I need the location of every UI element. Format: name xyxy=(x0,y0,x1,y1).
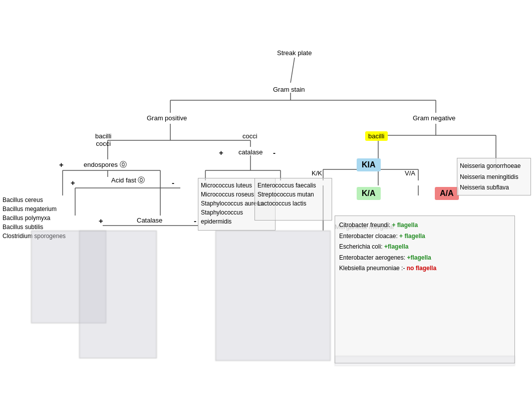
catalase-label: catalase xyxy=(238,148,262,156)
VA-label: V/A xyxy=(405,169,415,177)
endospores-label: endospores xyxy=(84,161,118,168)
catalase2-label: Catalase xyxy=(137,217,162,224)
plus-catalase2-node: + xyxy=(99,217,103,225)
ecoli-flagella: Escherichia coli: +flagella xyxy=(339,242,510,253)
enterobacter-aerogenes-organism: Enterobacter aerogenes: xyxy=(339,254,405,261)
enterobacter-cloacae-flagella-val: + flagella xyxy=(399,233,425,240)
bacilli-gn-label: bacilli xyxy=(368,132,385,140)
plus-endospores-node: + xyxy=(59,160,64,169)
citrobacter-flagella-val: + flagella xyxy=(392,222,418,229)
endospores-node: endospores ⓪ xyxy=(84,160,127,169)
gram-stain-label: Gram stain xyxy=(273,86,305,93)
neisseria-list: Neisseria gonorrhoeae Neisseria meningit… xyxy=(460,161,528,193)
KIA-label: KIA xyxy=(362,160,376,169)
KA-node: K/A xyxy=(357,187,381,200)
plus-acidfast-label: + xyxy=(71,178,75,187)
blurred-box-3 xyxy=(215,231,331,361)
ecoli-organism: Escherichia coli: xyxy=(339,243,383,250)
catalase-minus-box: Enterococcus faecalis Streptococcus muta… xyxy=(254,178,332,221)
plus-catalase-label: + xyxy=(219,148,223,157)
enterobacter-cloacae-organism: Enterobacter cloacae: xyxy=(339,233,398,240)
AA-label: A/A xyxy=(440,189,454,197)
klebsiella-flagella-val: no flagella xyxy=(407,265,436,272)
KK-node: K/K xyxy=(312,169,322,177)
cocci-gp2-node: cocci xyxy=(242,132,257,140)
species-bacillus-polymyxa: Bacillus polymyxa xyxy=(3,214,66,223)
plus-acidfast-node: + xyxy=(71,178,75,187)
plus-catalase-node: + xyxy=(219,148,223,157)
neisseria-gonorrhoeae: Neisseria gonorrhoeae xyxy=(460,161,528,172)
KK-label: K/K xyxy=(312,169,322,177)
KA-label: K/A xyxy=(362,189,376,197)
streak-plate-node: Streak plate xyxy=(277,49,312,57)
citrobacter-organism: Citrobacter freundi: xyxy=(339,222,390,229)
gram-negative-node: Gram negative xyxy=(413,114,455,122)
citrobacter-flagella: Citrobacter freundi: + flagella xyxy=(339,220,510,231)
acid-fast-label: Acid fast xyxy=(111,176,136,184)
cocci-gp2-label: cocci xyxy=(242,132,257,140)
klebsiella-organism: Klebsiella pneumoniae :- xyxy=(339,265,405,272)
AA-node: A/A xyxy=(435,187,459,200)
species-bacillus-cereus: Bacillus cereus xyxy=(3,195,66,204)
plus-endospores-label: + xyxy=(59,160,64,169)
gram-negative-label: Gram negative xyxy=(413,114,455,122)
gram-stain-node: Gram stain xyxy=(273,86,305,93)
bacilli-gp-node: bacilli cocci xyxy=(95,132,112,147)
catalase-minus-species: Enterococcus faecalis Streptococcus muta… xyxy=(257,181,329,208)
enterococcus-faecalis: Enterococcus faecalis xyxy=(257,181,329,190)
KIA-node: KIA xyxy=(357,158,381,171)
flagella-list: Citrobacter freundi: + flagella Enteroba… xyxy=(339,220,510,274)
acid-fast-node: Acid fast ⓪ xyxy=(111,176,145,185)
streak-plate-label: Streak plate xyxy=(277,49,312,57)
minus-acidfast-node: - xyxy=(172,178,174,187)
gram-positive-node: Gram positive xyxy=(147,114,187,122)
streptococcus-mutan: Streptococcus mutan xyxy=(257,190,329,199)
neisseria-box: Neisseria gonorrhoeae Neisseria meningit… xyxy=(457,158,531,195)
VA-node: V/A xyxy=(405,169,415,177)
ecoli-flagella-val: +flagella xyxy=(384,243,408,250)
minus-catalase2-node: - xyxy=(194,217,196,225)
enterobacter-aerogenes-flagella: Enterobacter aerogenes: +flagella xyxy=(339,253,510,264)
blurred-box-2 xyxy=(79,231,157,358)
minus-catalase-label: - xyxy=(273,148,276,157)
svg-line-0 xyxy=(291,58,295,83)
bacilli-gp-label: bacilli xyxy=(95,132,112,140)
species-bacillus-megaterium: Bacillus megaterium xyxy=(3,204,66,214)
neisseria-meningitidis: Neisseria meningitidis xyxy=(460,172,528,183)
cocci-gp-label: cocci xyxy=(95,140,112,147)
enterobacter-cloacae-flagella: Enterobacter cloacae: + flagella xyxy=(339,231,510,242)
plus-catalase2-label: + xyxy=(99,217,103,225)
catalase2-node: Catalase xyxy=(137,217,162,224)
bacilli-gn-node: bacilli xyxy=(365,131,388,141)
diagram-container: Streak plate Gram stain Gram positive Gr… xyxy=(0,0,532,412)
minus-catalase2-label: - xyxy=(194,217,196,225)
minus-catalase-node: - xyxy=(273,148,276,157)
flagella-box: Citrobacter freundi: + flagella Enteroba… xyxy=(335,216,515,363)
neisseria-subflava: Neisseria subflava xyxy=(460,182,528,193)
catalase-node: catalase xyxy=(238,148,262,156)
blurred-box-4 xyxy=(335,356,515,366)
lactococcus-lactis: Lactococcus lactis xyxy=(257,199,329,208)
gram-positive-label: Gram positive xyxy=(147,114,187,122)
klebsiella-flagella: Klebsiella pneumoniae :- no flagella xyxy=(339,263,510,274)
enterobacter-aerogenes-flagella-val: +flagella xyxy=(407,254,431,261)
minus-acidfast-label: - xyxy=(172,178,174,187)
